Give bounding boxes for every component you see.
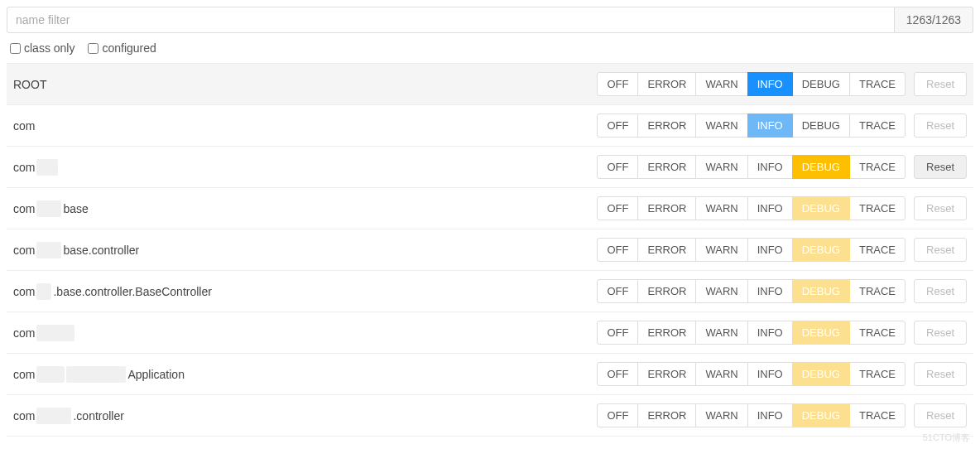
reset-button: Reset: [914, 403, 967, 427]
configured-label: configured: [102, 41, 156, 55]
level-button-group: OFFERRORWARNINFODEBUGTRACE: [597, 196, 906, 220]
logger-row: combaseOFFERRORWARNINFODEBUGTRACEReset: [7, 188, 973, 229]
level-off-button[interactable]: OFF: [597, 72, 638, 96]
level-info-button[interactable]: INFO: [747, 72, 793, 96]
logger-name-part: com: [13, 409, 35, 422]
level-off-button[interactable]: OFF: [597, 362, 638, 386]
level-info-button[interactable]: INFO: [747, 113, 793, 138]
level-warn-button[interactable]: WARN: [695, 196, 747, 220]
logger-name-part: com: [13, 368, 35, 381]
redacted-segment: [36, 283, 51, 300]
logger-row: comApplicationOFFERRORWARNINFODEBUGTRACE…: [7, 354, 973, 395]
level-trace-button[interactable]: TRACE: [849, 113, 906, 138]
level-debug-button[interactable]: DEBUG: [792, 196, 850, 220]
logger-row: comOFFERRORWARNINFODEBUGTRACEReset: [7, 105, 973, 147]
logger-name-part: com: [13, 285, 35, 298]
logger-name-part: com: [13, 119, 35, 133]
logger-name: ROOT: [13, 78, 588, 91]
level-debug-button[interactable]: DEBUG: [792, 321, 850, 345]
level-debug-button[interactable]: DEBUG: [792, 362, 850, 386]
filter-row: 1263/1263: [7, 7, 973, 33]
level-error-button[interactable]: ERROR: [637, 238, 696, 262]
level-info-button[interactable]: INFO: [747, 362, 793, 386]
level-warn-button[interactable]: WARN: [695, 155, 747, 179]
level-button-group: OFFERRORWARNINFODEBUGTRACE: [597, 321, 906, 345]
level-debug-button[interactable]: DEBUG: [792, 279, 850, 303]
level-button-group: OFFERRORWARNINFODEBUGTRACE: [597, 72, 906, 96]
level-info-button[interactable]: INFO: [747, 155, 793, 179]
level-trace-button[interactable]: TRACE: [849, 155, 906, 179]
level-error-button[interactable]: ERROR: [637, 113, 696, 138]
logger-name-part: com: [13, 326, 35, 340]
level-warn-button[interactable]: WARN: [695, 113, 747, 138]
level-info-button[interactable]: INFO: [747, 403, 793, 427]
configured-input[interactable]: [88, 43, 98, 54]
level-error-button[interactable]: ERROR: [637, 362, 696, 386]
level-debug-button[interactable]: DEBUG: [792, 403, 850, 427]
reset-button: Reset: [914, 113, 967, 138]
redacted-segment: [36, 408, 71, 424]
name-filter-input[interactable]: [7, 7, 895, 33]
level-error-button[interactable]: ERROR: [637, 155, 696, 179]
level-trace-button[interactable]: TRACE: [849, 403, 906, 427]
level-off-button[interactable]: OFF: [597, 113, 638, 138]
logger-name-part: Application: [127, 368, 185, 381]
level-trace-button[interactable]: TRACE: [849, 72, 906, 96]
level-button-group: OFFERRORWARNINFODEBUGTRACE: [597, 362, 906, 386]
logger-name: com: [13, 119, 588, 133]
level-trace-button[interactable]: TRACE: [849, 321, 906, 345]
logger-name: com.controller: [13, 408, 588, 424]
level-error-button[interactable]: ERROR: [637, 196, 696, 220]
filter-counter: 1263/1263: [895, 7, 973, 33]
configured-checkbox[interactable]: configured: [88, 41, 156, 55]
level-info-button[interactable]: INFO: [747, 196, 793, 220]
logger-name-part: com: [13, 161, 35, 174]
level-debug-button[interactable]: DEBUG: [792, 72, 850, 96]
level-info-button[interactable]: INFO: [747, 279, 793, 303]
logger-name: com.base.controller.BaseController: [13, 283, 588, 300]
redacted-segment: [36, 325, 74, 341]
level-warn-button[interactable]: WARN: [695, 403, 747, 427]
level-warn-button[interactable]: WARN: [695, 238, 747, 262]
level-off-button[interactable]: OFF: [597, 196, 638, 220]
level-debug-button[interactable]: DEBUG: [792, 113, 850, 138]
level-warn-button[interactable]: WARN: [695, 72, 747, 96]
logger-name: comApplication: [13, 366, 588, 383]
level-trace-button[interactable]: TRACE: [849, 238, 906, 262]
reset-button: Reset: [914, 238, 967, 262]
level-debug-button[interactable]: DEBUG: [792, 238, 850, 262]
logger-name: com: [13, 159, 588, 176]
level-off-button[interactable]: OFF: [597, 279, 638, 303]
filter-checkboxes: class only configured: [7, 40, 973, 63]
level-error-button[interactable]: ERROR: [637, 321, 696, 345]
logger-name-part: base.controller: [63, 244, 139, 257]
level-debug-button[interactable]: DEBUG: [792, 155, 850, 179]
level-warn-button[interactable]: WARN: [695, 362, 747, 386]
level-trace-button[interactable]: TRACE: [849, 279, 906, 303]
class-only-input[interactable]: [10, 43, 21, 54]
level-info-button[interactable]: INFO: [747, 238, 793, 262]
redacted-segment: [36, 159, 58, 176]
logger-row: comOFFERRORWARNINFODEBUGTRACEReset: [7, 147, 973, 188]
level-button-group: OFFERRORWARNINFODEBUGTRACE: [597, 279, 906, 303]
reset-button[interactable]: Reset: [914, 155, 967, 179]
redacted-segment: [36, 242, 61, 258]
logger-row: ROOTOFFERRORWARNINFODEBUGTRACEReset: [7, 64, 973, 105]
level-info-button[interactable]: INFO: [747, 321, 793, 345]
level-warn-button[interactable]: WARN: [695, 321, 747, 345]
level-error-button[interactable]: ERROR: [637, 72, 696, 96]
redacted-segment: [66, 366, 126, 383]
level-off-button[interactable]: OFF: [597, 155, 638, 179]
level-warn-button[interactable]: WARN: [695, 279, 747, 303]
level-off-button[interactable]: OFF: [597, 321, 638, 345]
level-off-button[interactable]: OFF: [597, 238, 638, 262]
class-only-checkbox[interactable]: class only: [10, 41, 74, 55]
level-trace-button[interactable]: TRACE: [849, 196, 906, 220]
reset-button: Reset: [914, 72, 967, 96]
level-trace-button[interactable]: TRACE: [849, 362, 906, 386]
level-error-button[interactable]: ERROR: [637, 279, 696, 303]
level-off-button[interactable]: OFF: [597, 403, 638, 427]
logger-name-part: .base.controller.BaseController: [53, 285, 211, 298]
logger-name-part: com: [13, 202, 35, 215]
level-error-button[interactable]: ERROR: [637, 403, 696, 427]
